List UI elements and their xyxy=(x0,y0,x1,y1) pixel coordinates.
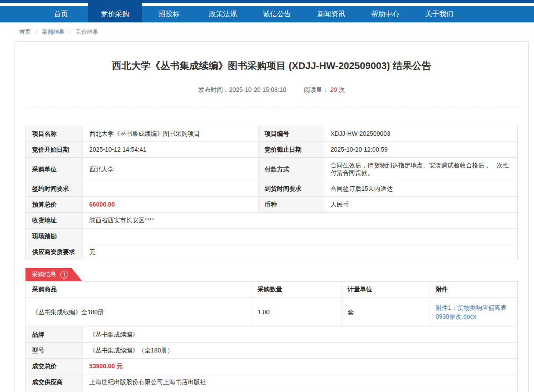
nav-item-home[interactable]: 首页 xyxy=(34,6,88,22)
view-count-unit: 次 xyxy=(339,86,345,93)
field-value-supplier-qualification: 无 xyxy=(83,244,518,260)
field-label: 项目编号 xyxy=(258,126,324,142)
nav-item-integrity-notices[interactable]: 诚信公告 xyxy=(250,6,304,22)
nav-item-policies[interactable]: 政策法规 xyxy=(196,6,250,22)
field-label: 签约时间要求 xyxy=(26,181,83,197)
cell-quantity: 1.00 xyxy=(251,298,341,327)
field-label: 现场踏勘 xyxy=(26,229,83,244)
field-label: 付款方式 xyxy=(258,158,324,181)
field-value-project-name: 西北大学《丛书集成续编》图书采购项目 xyxy=(83,126,258,142)
field-label: 到货时间要求 xyxy=(258,181,324,197)
field-value-delivery-time: 合同签订后15天内送达 xyxy=(324,181,518,197)
field-value-payment-method: 合同生效后，待货物到达指定地点、安装调试验收合格后，一次性付清合同货款。 xyxy=(324,158,518,181)
view-count-value: 20 xyxy=(330,86,337,93)
breadcrumb-separator: / xyxy=(36,29,37,35)
field-value-project-number: XDJJ-HW-202509003 xyxy=(324,126,518,142)
breadcrumb-purchase-results-link[interactable]: 采购结果 xyxy=(42,29,65,35)
field-label: 币种 xyxy=(258,197,324,213)
result-badge: 采购结果 1 xyxy=(25,268,82,281)
view-count-label: 阅读量： xyxy=(304,86,328,93)
table-row: 现场踏勘 xyxy=(26,229,518,244)
field-value-signing-time xyxy=(83,181,258,197)
field-label: 成交供应商 xyxy=(26,374,83,390)
field-value-delivery-address: 陕西省西安市长安区**** xyxy=(83,213,518,229)
field-label: 竞价开始日期 xyxy=(26,142,83,158)
award-detail-table: 品牌 《丛书集成续编》 型号 《丛书集成续编》（全180册） 成交总价 5390… xyxy=(25,327,518,392)
table-row: 《丛书集成续编》全180册 1.00 套 附件1：货物类响应偏离表0930修改.… xyxy=(26,298,518,327)
table-row: 成交供应商 上海世纪出版股份有限公司上海书店出版社 xyxy=(26,374,518,390)
field-label: 型号 xyxy=(26,343,83,359)
breadcrumb-current: 竞价结果 xyxy=(76,29,98,35)
field-value-awarded-supplier: 上海世纪出版股份有限公司上海书店出版社 xyxy=(83,374,518,390)
cell-unit: 套 xyxy=(341,298,429,327)
field-value-warranty-service: 质保期：自验收合格之日起1年。质保期内如有质量问题，供应商无条件免费更换。质保期… xyxy=(83,390,518,392)
breadcrumb-separator: / xyxy=(69,29,71,35)
publish-time-label: 发布时间： xyxy=(198,86,229,93)
column-header-unit: 计量单位 xyxy=(341,282,429,298)
table-header-row: 采购商品 采购数量 计量单位 附件 xyxy=(26,282,518,298)
breadcrumb: 首页 / 采购结果 / 竞价结果 xyxy=(0,22,534,41)
nav-item-news[interactable]: 新闻资讯 xyxy=(304,6,358,22)
field-label: 收货地址 xyxy=(26,213,83,229)
announcement-card: 西北大学《丛书集成续编》图书采购项目 (XDJJ-HW-202509003) 结… xyxy=(15,41,529,392)
breadcrumb-home-link[interactable]: 首页 xyxy=(19,29,31,35)
table-row: 成交总价 53900.00 元 xyxy=(26,359,518,374)
view-count: 阅读量：20次 xyxy=(304,86,345,93)
field-label: 项目名称 xyxy=(26,126,83,142)
field-value-currency: 人民币 xyxy=(324,197,518,213)
site-header: 首页 竞价采购 招投标 政策法规 诚信公告 新闻资讯 帮助中心 关于我们 xyxy=(0,0,534,22)
table-row: 竞价开始日期 2025-10-12 14:54:41 竞价截止日期 2025-1… xyxy=(26,142,518,158)
column-header-product: 采购商品 xyxy=(26,282,251,298)
purchase-items-table: 采购商品 采购数量 计量单位 附件 《丛书集成续编》全180册 1.00 套 附… xyxy=(25,281,518,327)
column-header-quantity: 采购数量 xyxy=(251,282,341,298)
page-title: 西北大学《丛书集成续编》图书采购项目 (XDJJ-HW-202509003) 结… xyxy=(25,59,518,73)
field-label: 质保及售后服务 xyxy=(26,390,83,392)
result-badge-label: 采购结果 xyxy=(32,271,56,279)
cell-attachment: 附件1：货物类响应偏离表0930修改.docx xyxy=(429,298,518,327)
header-accent-strip xyxy=(0,0,534,3)
field-label: 成交总价 xyxy=(26,359,83,374)
publish-time-value: 2025-10-20 15:08:10 xyxy=(229,86,286,93)
table-row: 采购单位 西北大学 付款方式 合同生效后，待货物到达指定地点、安装调试验收合格后… xyxy=(26,158,518,181)
table-row: 品牌 《丛书集成续编》 xyxy=(26,327,518,343)
attachment-link[interactable]: 附件1：货物类响应偏离表0930修改.docx xyxy=(436,303,511,321)
column-header-attachment: 附件 xyxy=(429,282,518,298)
table-row: 质保及售后服务 质保期：自验收合格之日起1年。质保期内如有质量问题，供应商无条件… xyxy=(26,390,518,392)
nav-item-help-center[interactable]: 帮助中心 xyxy=(358,6,412,22)
field-label: 预算总价 xyxy=(26,197,83,213)
field-value-bid-start-date: 2025-10-12 14:54:41 xyxy=(83,142,258,158)
field-value-award-total-price: 53900.00 元 xyxy=(83,359,518,374)
nav-item-tenders[interactable]: 招投标 xyxy=(142,6,196,22)
field-value-budget-total: 66000.00 xyxy=(83,197,258,213)
result-badge-count: 1 xyxy=(60,271,68,279)
field-label: 竞价截止日期 xyxy=(258,142,324,158)
table-row: 供应商资质要求 无 xyxy=(26,244,518,260)
project-info-table: 项目名称 西北大学《丛书集成续编》图书采购项目 项目编号 XDJJ-HW-202… xyxy=(25,126,518,260)
publish-time: 发布时间：2025-10-20 15:08:10 xyxy=(198,86,286,93)
field-label: 采购单位 xyxy=(26,158,83,181)
table-row: 收货地址 陕西省西安市长安区**** xyxy=(26,213,518,229)
field-value-site-survey xyxy=(83,229,518,244)
nav-item-about-us[interactable]: 关于我们 xyxy=(412,6,466,22)
field-value-model: 《丛书集成续编》（全180册） xyxy=(83,343,518,359)
field-value-purchaser: 西北大学 xyxy=(83,158,258,181)
nav-item-bidding-purchase[interactable]: 竞价采购 xyxy=(88,6,142,22)
table-row: 项目名称 西北大学《丛书集成续编》图书采购项目 项目编号 XDJJ-HW-202… xyxy=(26,126,518,142)
field-value-brand: 《丛书集成续编》 xyxy=(83,327,518,343)
cell-product-name: 《丛书集成续编》全180册 xyxy=(26,298,251,327)
publish-info: 发布时间：2025-10-20 15:08:10 阅读量：20次 xyxy=(25,86,518,94)
divider xyxy=(25,106,518,106)
table-row: 签约时间要求 到货时间要求 合同签订后15天内送达 xyxy=(26,181,518,197)
field-label: 品牌 xyxy=(26,327,83,343)
main-nav: 首页 竞价采购 招投标 政策法规 诚信公告 新闻资讯 帮助中心 关于我们 xyxy=(0,6,534,22)
field-value-bid-end-date: 2025-10-20 12:00:59 xyxy=(324,142,518,158)
table-row: 型号 《丛书集成续编》（全180册） xyxy=(26,343,518,359)
field-label: 供应商资质要求 xyxy=(26,244,83,260)
table-row: 预算总价 66000.00 币种 人民币 xyxy=(26,197,518,213)
